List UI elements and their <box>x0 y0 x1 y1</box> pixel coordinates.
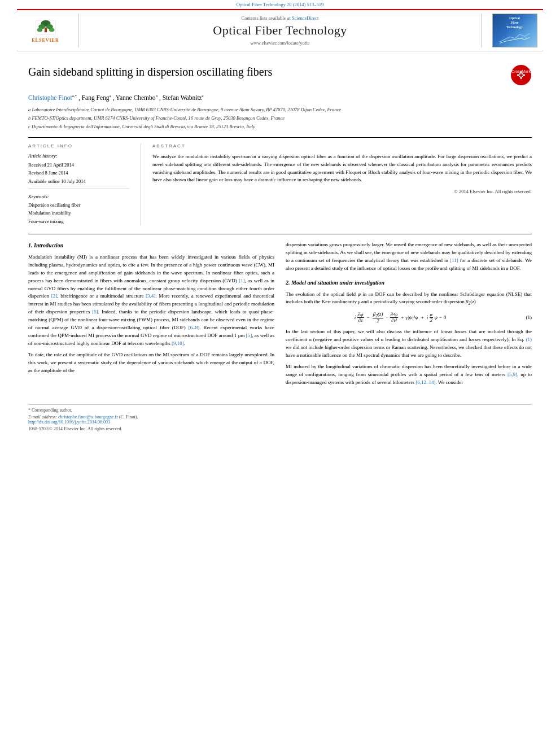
ref1[interactable]: [1] <box>239 278 245 283</box>
keyword-2: Modulation instability <box>28 209 129 217</box>
journal-title: Optical Fiber Technology <box>213 23 347 38</box>
author4-name: , Stefan Wabnitz <box>159 94 202 101</box>
affil-a: a Laboratoire Interdisciplinaire Carnot … <box>28 106 532 113</box>
svg-point-6 <box>49 28 54 32</box>
keyword-1: Dispersion oscillating fiber <box>28 201 129 209</box>
footer-email-line: E-mail address: christophe.finot@u-bourg… <box>28 414 532 420</box>
copyright-line: © 2014 Elsevier Inc. All rights reserved… <box>152 189 532 194</box>
info-divider <box>28 189 129 189</box>
revised-date: Revised 8 June 2014 <box>28 169 129 177</box>
section2-para1: The evolution of the optical field ψ in … <box>286 291 532 307</box>
elsevier-logo: ELSEVIER <box>32 19 60 43</box>
author1-sup: a,* <box>72 94 77 98</box>
ref5[interactable]: [5] <box>92 309 98 314</box>
ref9-10[interactable]: [9,10] <box>172 340 184 346</box>
body-two-col: 1. Introduction Modulation instability (… <box>28 241 532 390</box>
elsevier-text: ELSEVIER <box>32 38 59 43</box>
footer-doi-line: http://dx.doi.org/10.1016/j.yofte.2014.0… <box>28 420 532 425</box>
section1-title: 1. Introduction <box>28 241 274 250</box>
author3-sup: b <box>156 94 158 98</box>
affiliations: a Laboratoire Interdisciplinaire Carnot … <box>28 106 532 130</box>
author3-name: , Yanne Chembo <box>112 94 155 101</box>
journal-thumb-chart <box>498 29 532 45</box>
journal-thumb-area: OpticalFiberTechnology <box>481 14 543 47</box>
article-title-section: Gain sideband splitting in dispersion os… <box>28 64 532 87</box>
journal-header-center: Contents lists available at ScienceDirec… <box>79 14 481 47</box>
abstract-text: We analyze the modulation instability sp… <box>152 153 532 185</box>
email-label: E-mail address: <box>28 414 57 420</box>
body-right-col: dispersion variations grows progressivel… <box>286 241 532 390</box>
abstract-heading: ABSTRACT <box>152 143 532 148</box>
equation-1-line: i ∂ψ ∂z − β2(z) 2 · ∂²ψ ∂t² <box>286 312 532 324</box>
author2-sup: a <box>110 94 111 98</box>
ref6-12-14[interactable]: [6,12–14] <box>415 379 435 385</box>
main-content: Gain sideband splitting in dispersion os… <box>0 51 560 399</box>
journal-thumbnail: OpticalFiberTechnology <box>492 14 537 47</box>
ref6-8[interactable]: [6–8] <box>189 325 200 330</box>
online-date: Available online 10 July 2014 <box>28 177 129 185</box>
elsevier-tree-icon <box>32 19 60 37</box>
corr-label: * Corresponding author. <box>28 408 72 413</box>
contents-line: Contents lists available at ScienceDirec… <box>242 15 319 21</box>
affil-b: b FEMTO-ST/Optics department, UMR 6174 C… <box>28 115 532 122</box>
email-suffix: (C. Finot). <box>119 414 138 420</box>
article-history-label: Article history: <box>28 153 129 159</box>
author2-name: , Fang Feng <box>78 94 110 101</box>
ref2[interactable]: [2] <box>51 293 58 299</box>
article-info-abstract-section: ARTICLE INFO Article history: Received 2… <box>28 137 532 226</box>
section1-para-right1: dispersion variations grows progressivel… <box>286 241 532 273</box>
footer-section: * Corresponding author. E-mail address: … <box>28 404 532 431</box>
article-info-heading: ARTICLE INFO <box>28 143 129 148</box>
svg-point-5 <box>37 28 42 32</box>
abstract-col: ABSTRACT We analyze the modulation insta… <box>141 143 532 226</box>
section2-para3: MI induced by the longitudinal variation… <box>286 363 532 387</box>
equation-1-number: (1) <box>515 314 532 322</box>
keyword-3: Four-wave mixing <box>28 217 129 225</box>
svg-rect-4 <box>44 27 46 32</box>
received-date: Received 21 April 2014 <box>28 161 129 169</box>
email-address[interactable]: christophe.finot@u-bourgogne.fr <box>58 414 118 420</box>
sciencedirect-link[interactable]: ScienceDirect <box>292 15 319 21</box>
article-info-col: ARTICLE INFO Article history: Received 2… <box>28 143 141 226</box>
body-left-col: 1. Introduction Modulation instability (… <box>28 241 274 390</box>
crossmark-icon: CrossMark <box>510 64 532 86</box>
section2-title: 2. Model and situation under investigati… <box>286 278 532 287</box>
footer-corr: * Corresponding author. <box>28 408 532 413</box>
keywords-label: Keywords: <box>28 194 129 199</box>
journal-vol-info: Optical Fiber Technology 20 (2014) 513–5… <box>0 0 560 9</box>
ref5-9[interactable]: [5,9] <box>508 372 517 377</box>
author1-name: Christophe Finot <box>28 94 72 101</box>
keywords-items: Dispersion oscillating fiber Modulation … <box>28 201 129 225</box>
journal-url: www.elsevier.com/locate/yofte <box>250 40 309 46</box>
crossmark-badge[interactable]: CrossMark <box>510 64 532 87</box>
author4-sup: c <box>202 94 204 98</box>
eq1-ref[interactable]: (1) <box>526 337 532 342</box>
article-history-items: Received 21 April 2014 Revised 8 June 20… <box>28 161 129 185</box>
publisher-logo-area: ELSEVIER <box>17 14 79 47</box>
article-title: Gain sideband splitting in dispersion os… <box>28 64 510 79</box>
ref5b[interactable]: [5] <box>246 333 252 338</box>
ref3-4[interactable]: [3,4] <box>146 293 155 299</box>
footer-issn: 1068-5200/© 2014 Elsevier Inc. All right… <box>28 426 532 431</box>
footer-doi[interactable]: http://dx.doi.org/10.1016/j.yofte.2014.0… <box>28 420 110 425</box>
section1-para1: Modulation instability (MI) is a nonline… <box>28 254 274 348</box>
journal-header: ELSEVIER Contents lists available at Sci… <box>17 9 543 51</box>
contents-text: Contents lists available at <box>242 15 291 21</box>
section2-para-after-eq: In the last section of this paper, we wi… <box>286 328 532 360</box>
body-divider <box>28 234 532 234</box>
equation-1-content: i ∂ψ ∂z − β2(z) 2 · ∂²ψ ∂t² <box>286 312 515 324</box>
affil-c: c Dipartimento di Ingegneria dell'Inform… <box>28 123 532 130</box>
authors-line: Christophe Finota,* , Fang Fenga , Yanne… <box>28 93 532 103</box>
ref11[interactable]: [11] <box>450 257 458 263</box>
section1-para2: To date, the role of the amplitude of th… <box>28 351 274 375</box>
